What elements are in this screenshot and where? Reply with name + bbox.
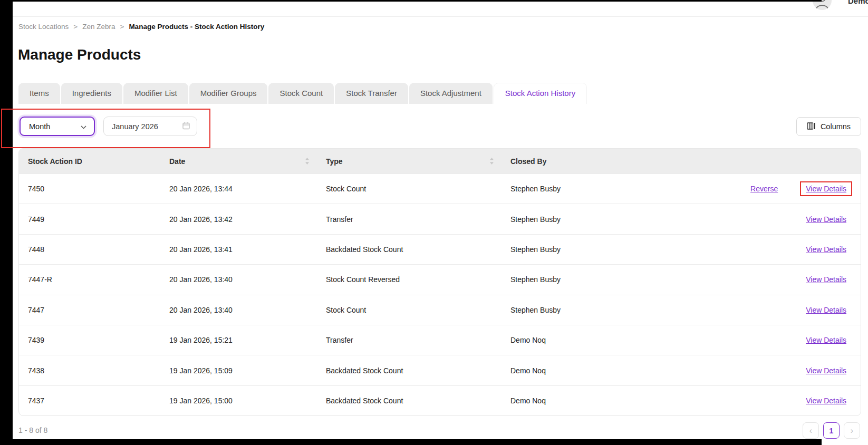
row-actions: View Details [707, 245, 861, 254]
screenshot-left-black-bar [0, 0, 13, 445]
app-header: Demo [13, 0, 868, 17]
cell-closed-by: Demo Noq [501, 396, 707, 405]
row-actions: View Details [707, 336, 861, 344]
columns-button[interactable]: Columns [796, 117, 861, 136]
stock-action-history-table: Stock Action ID Date Type Closed By 7450… [18, 148, 861, 416]
chevron-right-icon: › [851, 426, 853, 436]
cell-date: 19 Jan 2026, 15:09 [160, 366, 317, 375]
cell-id: 7450 [19, 185, 160, 193]
pagination: ‹ 1 › [803, 422, 860, 439]
month-picker-value: January 2026 [112, 122, 158, 131]
pagination-page-1-button[interactable]: 1 [823, 422, 840, 439]
table-row: 7447-R20 Jan 2026, 13:40Stock Count Reve… [19, 264, 861, 294]
pagination-summary: 1 - 8 of 8 [18, 426, 47, 434]
view-details-link[interactable]: View Details [806, 275, 846, 284]
cell-type: Backdated Stock Count [317, 396, 501, 405]
period-select-value: Month [29, 122, 50, 131]
row-actions: ReverseView Details [707, 185, 861, 193]
cell-type: Stock Count [317, 185, 501, 193]
view-details-link[interactable]: View Details [806, 336, 846, 344]
table-header-row: Stock Action ID Date Type Closed By [19, 149, 861, 173]
breadcrumb-item[interactable]: Zen Zebra [82, 23, 115, 31]
chevron-left-icon: ‹ [809, 426, 812, 436]
columns-grid-icon [807, 122, 816, 132]
table-body: 745020 Jan 2026, 13:44Stock CountStephen… [19, 173, 861, 415]
view-details-link[interactable]: View Details [806, 306, 846, 314]
table-row: 745020 Jan 2026, 13:44Stock CountStephen… [19, 173, 861, 204]
row-actions: View Details [707, 215, 861, 224]
cell-closed-by: Stephen Busby [501, 185, 707, 193]
column-header-label: Type [326, 157, 343, 166]
tab-modifier-groups[interactable]: Modifier Groups [189, 83, 268, 104]
column-header-label: Stock Action ID [28, 157, 82, 166]
column-header-label: Date [169, 157, 185, 166]
cell-closed-by: Stephen Busby [501, 306, 707, 314]
pagination-prev-button[interactable]: ‹ [803, 422, 819, 439]
view-details-link[interactable]: View Details [806, 215, 846, 224]
tab-items[interactable]: Items [18, 83, 60, 104]
row-actions: View Details [707, 306, 861, 314]
cell-id: 7447-R [19, 275, 160, 284]
reverse-link[interactable]: Reverse [750, 185, 778, 193]
column-header-label: Closed By [510, 157, 546, 166]
table-row: 743719 Jan 2026, 15:00Backdated Stock Co… [19, 385, 861, 415]
sort-arrows-icon [305, 157, 310, 165]
cell-closed-by: Stephen Busby [501, 275, 707, 284]
cell-closed-by: Stephen Busby [501, 245, 707, 254]
pagination-next-button[interactable]: › [844, 422, 860, 439]
cell-date: 20 Jan 2026, 13:40 [160, 275, 317, 284]
user-name: Demo [848, 0, 868, 5]
cell-closed-by: Demo Noq [501, 366, 707, 375]
table-row: 744820 Jan 2026, 13:41Backdated Stock Co… [19, 234, 861, 264]
breadcrumb: Stock Locations>Zen Zebra>Manage Product… [18, 23, 264, 31]
screenshot-bottom-black-bar [0, 439, 822, 445]
row-actions: View Details [707, 275, 861, 284]
row-actions: View Details [707, 396, 861, 405]
tab-stock-action-history[interactable]: Stock Action History [494, 83, 587, 104]
cell-closed-by: Stephen Busby [501, 215, 707, 224]
cell-date: 20 Jan 2026, 13:40 [160, 306, 317, 314]
row-actions: View Details [707, 366, 861, 375]
cell-id: 7449 [19, 215, 160, 224]
table-row: 743919 Jan 2026, 15:21TransferDemo NoqVi… [19, 325, 861, 355]
cell-type: Transfer [317, 336, 501, 344]
cell-type: Stock Count Reversed [317, 275, 501, 284]
cell-id: 7437 [19, 396, 160, 405]
tab-stock-count[interactable]: Stock Count [268, 83, 334, 104]
view-details-link[interactable]: View Details [806, 366, 846, 375]
page-title: Manage Products [18, 46, 141, 63]
cell-date: 19 Jan 2026, 15:00 [160, 396, 317, 405]
period-select[interactable]: Month [20, 117, 95, 136]
view-details-link[interactable]: View Details [806, 396, 846, 405]
month-picker-input[interactable]: January 2026 [103, 117, 197, 136]
cell-closed-by: Demo Noq [501, 336, 707, 344]
view-details-link[interactable]: View Details [806, 185, 846, 193]
screenshot-top-black-bar [0, 0, 822, 2]
columns-button-label: Columns [821, 122, 851, 131]
tab-ingredients[interactable]: Ingredients [61, 83, 122, 104]
tab-stock-adjustment[interactable]: Stock Adjustment [409, 83, 493, 104]
cell-id: 7447 [19, 306, 160, 314]
cell-type: Stock Count [317, 306, 501, 314]
tab-stock-transfer[interactable]: Stock Transfer [335, 83, 408, 104]
annotation-box-view-details: View Details [800, 181, 852, 196]
column-header-closed-by: Closed By [501, 157, 707, 166]
column-header-type[interactable]: Type [317, 157, 501, 166]
breadcrumb-item: Manage Products - Stock Action History [129, 23, 264, 31]
table-row: 743819 Jan 2026, 15:09Backdated Stock Co… [19, 355, 861, 385]
cell-id: 7439 [19, 336, 160, 344]
cell-date: 20 Jan 2026, 13:41 [160, 245, 317, 254]
breadcrumb-separator: > [120, 23, 124, 31]
cell-date: 20 Jan 2026, 13:44 [160, 185, 317, 193]
account-menu-button[interactable]: Demo [800, 0, 868, 17]
breadcrumb-separator: > [73, 23, 78, 31]
tab-bar: ItemsIngredientsModifier ListModifier Gr… [18, 83, 587, 104]
cell-type: Backdated Stock Count [317, 245, 501, 254]
tab-modifier-list[interactable]: Modifier List [123, 83, 188, 104]
cell-date: 19 Jan 2026, 15:21 [160, 336, 317, 344]
chevron-down-icon [81, 122, 86, 131]
view-details-link[interactable]: View Details [806, 245, 846, 254]
breadcrumb-item[interactable]: Stock Locations [18, 23, 69, 31]
column-header-stock-action-id: Stock Action ID [19, 157, 160, 166]
column-header-date[interactable]: Date [160, 157, 317, 166]
